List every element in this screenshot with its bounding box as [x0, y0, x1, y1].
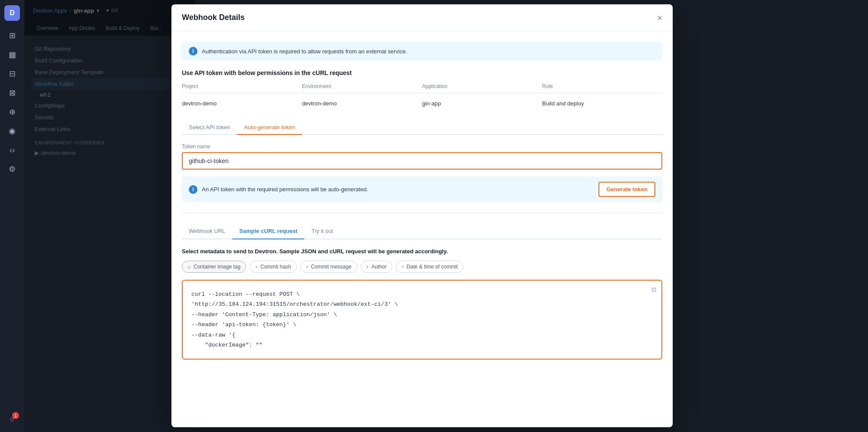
chip-icon-date-time: + — [401, 265, 404, 269]
permissions-title: Use API token with below permissions in … — [182, 69, 662, 76]
chip-label-date-time: Date & time of commit — [407, 264, 458, 270]
col-header-role: Role — [542, 83, 662, 89]
sidebar-icon-chart[interactable]: ⊟ — [4, 66, 20, 82]
col-header-project: Project — [182, 83, 302, 89]
perm-application-value: gin-app — [422, 100, 542, 107]
col-header-application: Application — [422, 83, 542, 89]
chip-commit-hash[interactable]: + Commit hash — [250, 261, 297, 273]
chip-author[interactable]: + Author — [361, 261, 392, 273]
token-name-label: Token name — [182, 144, 662, 150]
section-divider — [182, 213, 662, 213]
permissions-header-row: Project Environment Application Role — [182, 83, 662, 93]
modal-title: Webhook Details — [182, 13, 245, 22]
chip-date-time-commit[interactable]: + Date & time of commit — [396, 261, 464, 273]
copy-icon[interactable]: ⧉ — [651, 286, 656, 294]
app-logo[interactable]: D — [4, 5, 20, 21]
chip-container-image-tag[interactable]: ◇ Container image tag — [182, 261, 246, 273]
generate-token-button[interactable]: Generate token — [598, 182, 655, 197]
curl-code-content: curl --location --request POST \ 'http:/… — [191, 289, 653, 350]
modal-close-button[interactable]: × — [657, 13, 662, 22]
modal-body: i Authentication via API token is requir… — [171, 31, 673, 427]
tab-auto-generate-token[interactable]: Auto-generate token — [237, 121, 302, 135]
perm-environment-value: devtron-demo — [302, 100, 422, 107]
metadata-title: Select metadata to send to Devtron. Samp… — [182, 248, 662, 255]
generate-token-banner: i An API token with the required permiss… — [182, 177, 662, 202]
generate-info-icon: i — [189, 185, 197, 194]
col-header-environment: Environment — [302, 83, 422, 89]
chip-label-commit-hash: Commit hash — [260, 264, 291, 270]
chip-icon-commit-message: + — [306, 265, 309, 269]
metadata-chips: ◇ Container image tag + Commit hash + Co… — [182, 261, 662, 273]
tab-select-api-token[interactable]: Select API token — [182, 121, 237, 135]
token-name-input[interactable] — [182, 152, 662, 170]
curl-code-block: ⧉ curl --location --request POST \ 'http… — [182, 280, 662, 360]
sidebar-icon-code[interactable]: ‹› — [4, 142, 20, 158]
sidebar-icon-grid[interactable]: ⊠ — [4, 85, 20, 101]
chip-icon-author: + — [366, 265, 369, 269]
sidebar-icon-settings[interactable]: ⚙ — [4, 161, 20, 177]
sidebar-icon-apps[interactable]: ⊞ — [4, 28, 20, 43]
auth-info-banner: i Authentication via API token is requir… — [182, 42, 662, 61]
sidebar-icon-shield[interactable]: ◉ — [4, 123, 20, 139]
auth-info-text: Authentication via API token is required… — [202, 48, 407, 55]
info-icon: i — [189, 47, 197, 56]
chip-icon-container: ◇ — [187, 265, 191, 269]
tab-try-it-out[interactable]: Try it out — [304, 223, 340, 239]
chip-label-commit-message: Commit message — [311, 264, 351, 270]
webhook-url-tabs: Webhook URL Sample cURL request Try it o… — [182, 223, 662, 239]
sidebar-icon-plugin[interactable]: ⊕ — [4, 104, 20, 120]
sidebar: D ⊞ ▦ ⊟ ⊠ ⊕ ◉ ‹› ⚙ ○ 1 — [0, 0, 24, 432]
chip-icon-commit-hash: + — [255, 265, 258, 269]
sidebar-icon-dashboard[interactable]: ▦ — [4, 47, 20, 62]
notification-badge: 1 — [12, 412, 19, 419]
modal-header: Webhook Details × — [171, 4, 673, 31]
chip-commit-message[interactable]: + Commit message — [300, 261, 357, 273]
token-selector-tabs: Select API token Auto-generate token — [182, 121, 662, 135]
permissions-table: Project Environment Application Role dev… — [182, 83, 662, 110]
permissions-data-row: devtron-demo devtron-demo gin-app Build … — [182, 97, 662, 110]
perm-project-value: devtron-demo — [182, 100, 302, 107]
chip-label-author: Author — [372, 264, 387, 270]
generate-info-text: An API token with the required permissio… — [202, 186, 368, 193]
tab-webhook-url[interactable]: Webhook URL — [182, 223, 232, 239]
webhook-details-modal: Webhook Details × i Authentication via A… — [171, 4, 673, 427]
perm-role-value: Build and deploy — [542, 100, 662, 107]
tab-sample-curl[interactable]: Sample cURL request — [232, 223, 304, 239]
chip-label-container: Container image tag — [194, 264, 240, 270]
sidebar-icon-user[interactable]: ○ 1 — [4, 411, 20, 427]
